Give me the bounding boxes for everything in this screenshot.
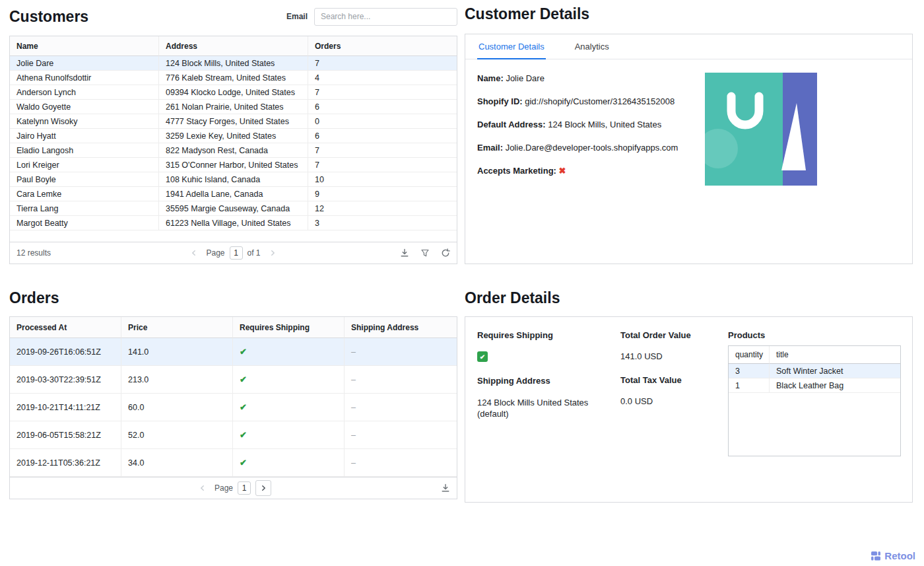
customer-orders-cell: 6 — [308, 129, 457, 143]
field-name: Name: Jolie Dare — [477, 73, 705, 84]
order-row[interactable]: 2019-06-05T15:58:21Z 52.0 ✔ – — [10, 421, 457, 449]
customer-row[interactable]: Lori Kreiger 315 O'Conner Harbor, United… — [10, 158, 457, 172]
customer-row[interactable]: Eladio Langosh 822 Madyson Rest, Canada … — [10, 143, 457, 158]
order-processed-cell: 2019-03-30T22:39:51Z — [10, 366, 121, 394]
column-header-address[interactable]: Address — [159, 36, 308, 56]
customer-row[interactable]: Cara Lemke 1941 Adella Lane, Canada 9 — [10, 187, 457, 201]
checkbox-checked-icon: ✔ — [477, 351, 488, 362]
customer-orders-cell: 3 — [308, 216, 457, 230]
order-price-cell: 213.0 — [121, 366, 233, 394]
order-row-selected[interactable]: 2019-09-26T16:06:51Z 141.0 ✔ – — [10, 338, 457, 366]
order-details-card: Requires Shipping ✔ Shipping Address 124… — [465, 316, 913, 503]
customer-row[interactable]: Paul Boyle 108 Kuhic Island, Canada 10 — [10, 172, 457, 187]
default-address-label: Default Address: — [477, 120, 546, 129]
customer-orders-cell: 7 — [308, 56, 457, 71]
customer-address-cell: 3259 Lexie Key, United States — [159, 129, 308, 143]
product-quantity-cell: 3 — [729, 364, 770, 378]
orders-table-footer: Page — [10, 477, 457, 499]
total-order-value: 141.0 USD — [620, 351, 728, 361]
customer-email-search: Email — [286, 8, 457, 26]
order-address-cell: – — [345, 449, 457, 477]
product-title-cell: Black Leather Bag — [770, 378, 900, 393]
default-address-value: 124 Block Mills, United States — [548, 120, 661, 129]
orders-table-header: Processed At Price Requires Shipping Shi… — [10, 317, 457, 338]
order-row[interactable]: 2019-03-30T22:39:51Z 213.0 ✔ – — [10, 366, 457, 394]
chevron-left-icon — [190, 249, 198, 257]
column-header-price[interactable]: Price — [121, 317, 233, 338]
customers-page-input[interactable] — [230, 246, 243, 260]
customer-address-cell: 108 Kuhic Island, Canada — [159, 172, 308, 187]
shopify-id-value: gid://shopify/Customer/3126435152008 — [525, 96, 675, 106]
column-header-shipping-address[interactable]: Shipping Address — [345, 317, 457, 338]
field-email: Email: Jolie.Dare@developer-tools.shopif… — [477, 142, 705, 153]
orders-download-button[interactable] — [441, 483, 450, 493]
retool-logo[interactable]: Retool — [871, 550, 915, 561]
customer-row[interactable]: Anderson Lynch 09394 Klocko Lodge, Unite… — [10, 85, 457, 100]
email-search-input[interactable] — [314, 8, 457, 26]
page-label: Page — [206, 248, 224, 258]
customer-orders-cell: 9 — [308, 187, 457, 201]
name-value: Jolie Dare — [506, 73, 544, 83]
customer-row[interactable]: Jairo Hyatt 3259 Lexie Key, United State… — [10, 129, 457, 143]
tab-customer-details[interactable]: Customer Details — [477, 34, 546, 59]
customer-orders-cell: 10 — [308, 172, 457, 187]
order-processed-cell: 2019-06-05T15:58:21Z — [10, 421, 121, 449]
retool-logo-text: Retool — [884, 550, 915, 561]
customer-name-cell: Eladio Langosh — [10, 143, 159, 158]
check-glyph: ✔ — [480, 353, 485, 361]
order-price-cell: 34.0 — [121, 449, 233, 477]
column-header-requires-shipping[interactable]: Requires Shipping — [233, 317, 345, 338]
orders-table: Processed At Price Requires Shipping Shi… — [9, 316, 457, 499]
product-quantity-cell: 1 — [729, 378, 770, 393]
page-of-label: of 1 — [248, 248, 261, 258]
total-order-value-label: Total Order Value — [620, 330, 728, 340]
order-row[interactable]: 2019-10-21T14:11:21Z 60.0 ✔ – — [10, 394, 457, 421]
products-quantity-header[interactable]: quantity — [729, 346, 770, 364]
customers-table-footer: 12 results Page of 1 — [10, 242, 457, 264]
tab-bar: Customer Details Analytics — [465, 34, 912, 59]
products-title-header[interactable]: title — [770, 346, 900, 364]
order-details-panel: Order Details Requires Shipping ✔ Shippi… — [465, 289, 913, 503]
customer-name-cell: Jolie Dare — [10, 56, 159, 71]
customers-table: Name Address Orders Jolie Dare 124 Block… — [9, 36, 457, 264]
customer-row-selected[interactable]: Jolie Dare 124 Block Mills, United State… — [10, 56, 457, 71]
product-row[interactable]: 1 Black Leather Bag — [729, 378, 900, 393]
column-header-processed-at[interactable]: Processed At — [10, 317, 121, 338]
column-header-orders[interactable]: Orders — [308, 36, 457, 56]
product-row-selected[interactable]: 3 Soft Winter Jacket — [729, 364, 900, 378]
customer-orders-cell: 6 — [308, 100, 457, 114]
chevron-right-icon — [259, 484, 267, 492]
order-row[interactable]: 2019-12-11T05:36:21Z 34.0 ✔ – — [10, 449, 457, 477]
email-label: Email: — [477, 143, 503, 153]
customer-row[interactable]: Margot Beatty 61223 Nella Village, Unite… — [10, 216, 457, 230]
customer-name-cell: Athena Runolfsdottir — [10, 71, 159, 85]
column-header-name[interactable]: Name — [10, 36, 159, 56]
orders-page-input[interactable] — [238, 481, 251, 495]
order-details-title: Order Details — [465, 289, 913, 307]
customer-row[interactable]: Athena Runolfsdottir 776 Kaleb Stream, U… — [10, 71, 457, 85]
download-icon — [441, 483, 450, 493]
orders-prev-page-button[interactable] — [195, 481, 210, 495]
retool-logo-icon — [871, 551, 881, 561]
customer-row[interactable]: Waldo Goyette 261 Nolan Prairie, United … — [10, 100, 457, 114]
next-page-button[interactable] — [265, 246, 280, 260]
products-table: quantity title 3 Soft Winter Jacket 1 Bl… — [728, 345, 901, 456]
orders-panel: Orders Processed At Price Requires Shipp… — [9, 289, 457, 499]
customer-name-cell: Jairo Hyatt — [10, 129, 159, 143]
order-address-cell: – — [345, 366, 457, 394]
filter-button[interactable] — [420, 248, 430, 258]
download-button[interactable] — [400, 248, 409, 258]
tab-analytics[interactable]: Analytics — [574, 34, 610, 59]
download-icon — [400, 248, 409, 258]
customer-orders-cell: 7 — [308, 158, 457, 172]
refresh-button[interactable] — [441, 248, 450, 258]
customer-row[interactable]: Katelynn Wisoky 4777 Stacy Forges, Unite… — [10, 114, 457, 129]
orders-next-page-button[interactable] — [255, 480, 271, 496]
customer-name-cell: Waldo Goyette — [10, 100, 159, 114]
customer-address-cell: 61223 Nella Village, United States — [159, 216, 308, 230]
customer-row[interactable]: Tierra Lang 35595 Margie Causeway, Canad… — [10, 201, 457, 216]
customer-address-cell: 4777 Stacy Forges, United States — [159, 114, 308, 129]
customer-name-cell: Lori Kreiger — [10, 158, 159, 172]
customers-title: Customers — [9, 8, 88, 26]
prev-page-button[interactable] — [187, 246, 201, 260]
